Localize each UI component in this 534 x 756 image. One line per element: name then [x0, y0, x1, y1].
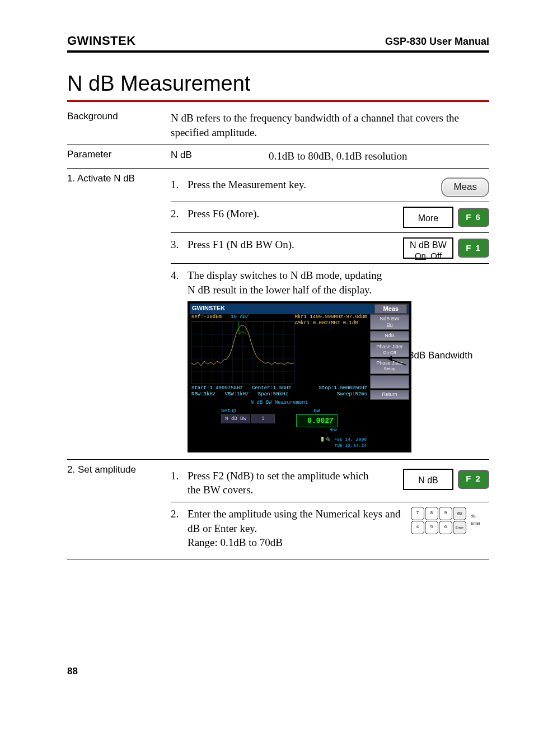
- step-text: Press F1 (N dB BW On).: [188, 237, 377, 252]
- callout-3db-bandwidth: 3dB Bandwidth: [409, 349, 493, 362]
- sc-vbw: VBW:1kHz: [224, 391, 249, 397]
- soft-on: On: [415, 251, 426, 260]
- section-title: N dB Measurement: [67, 72, 489, 96]
- sc-date: Feb 14, 2006: [334, 437, 367, 442]
- svg-marker-14: [387, 356, 392, 361]
- step-number: 2.: [171, 207, 188, 221]
- sc-menu-item: NdB BWOn: [370, 314, 409, 330]
- sc-menu-item: [370, 375, 409, 389]
- brand-logo: GWINSTEK: [67, 34, 136, 48]
- manual-title: GSP-830 User Manual: [385, 36, 489, 48]
- step-number: 4.: [171, 268, 188, 283]
- sc-sweep: Sweep:52ms: [337, 391, 367, 398]
- step-number: 1.: [171, 178, 188, 192]
- sc-bw-value: 0.0027: [296, 414, 338, 428]
- sc-rbw: RBW:3kHz: [191, 391, 216, 397]
- step-number: 1.: [171, 469, 188, 483]
- section-rule: [67, 100, 489, 102]
- soft-off: Off: [430, 251, 442, 260]
- background-text: N dB refers to the frequency bandwidth o…: [171, 111, 489, 139]
- f1-key: F 1: [458, 239, 489, 258]
- sc-three: 3: [251, 414, 275, 423]
- meas-key: Meas: [441, 178, 489, 197]
- background-label: Background: [67, 111, 171, 139]
- sc-meas: Meas: [374, 304, 407, 314]
- sc-meas-title: N dB BW Measurement: [192, 399, 367, 406]
- step-text: The display switches to N dB mode, updat…: [188, 268, 389, 297]
- sc-start: Start:1.499975GHz: [191, 385, 243, 391]
- sc-setup-label: Setup: [221, 408, 275, 414]
- setamp-label: 2. Set amplitude: [67, 464, 171, 554]
- sc-center: Center:1.5GHz: [252, 385, 291, 391]
- sc-graph: [191, 321, 294, 384]
- sc-span: Span:50kHz: [258, 391, 288, 397]
- sc-bw-label: BW: [296, 408, 338, 414]
- sc-bw-unit: MHz: [296, 427, 338, 433]
- activate-label: 1. Activate N dB: [67, 173, 171, 459]
- soft-ndb: N dB: [403, 469, 453, 490]
- sc-stop: Stop:1.500025GHz: [319, 385, 367, 391]
- parameter-desc: 0.1dB to 80dB, 0.1dB resolution: [269, 149, 407, 164]
- page-number: 88: [67, 666, 489, 677]
- sc-ref: Ref:-30dBm: [191, 314, 222, 320]
- sc-menu-item: NdB: [370, 331, 409, 341]
- soft-ndbbw: N dB BW On Off: [403, 237, 453, 259]
- sc-brand: GWINSTEK: [192, 304, 225, 314]
- sc-time: TUE 12:34:24: [334, 443, 367, 448]
- sc-soft-menu: NdB BWOn NdB Phase JitterOn Off Phase Ji…: [369, 314, 409, 450]
- sc-mkr1: Mkr1 1499.999MHz-97.0dBm: [294, 314, 367, 320]
- sc-10db: 10 dB/: [231, 314, 249, 320]
- sc-ndbbw-box: N dB BW: [221, 414, 250, 423]
- soft-line1: N dB BW: [410, 240, 447, 250]
- device-screenshot: GWINSTEK Meas Ref:-30dBm 10 dB/ M: [188, 301, 411, 452]
- step-text: Press the Measurement key.: [188, 178, 377, 192]
- parameter-name: N dB: [171, 149, 269, 164]
- step-text: Press F2 (NdB) to set the amplitude whic…: [188, 469, 377, 497]
- keypad-side-labels: dB Enter: [471, 514, 480, 526]
- step-text: Enter the amplitude using the Numerical …: [188, 507, 411, 550]
- parameter-label: Parameter: [67, 149, 171, 164]
- numeric-keypad-icon: 789dB 456Enter: [411, 507, 465, 533]
- sc-dmkr: ΔMkr1 0.0027MHz 0.1dB: [294, 320, 358, 326]
- f6-key: F 6: [458, 208, 489, 227]
- f2-key: F 2: [458, 470, 489, 489]
- step-number: 2.: [171, 507, 188, 521]
- sc-menu-item: Return: [370, 390, 409, 400]
- step-number: 3.: [171, 237, 188, 252]
- step-text: Press F6 (More).: [188, 207, 377, 221]
- soft-more: More: [403, 207, 453, 228]
